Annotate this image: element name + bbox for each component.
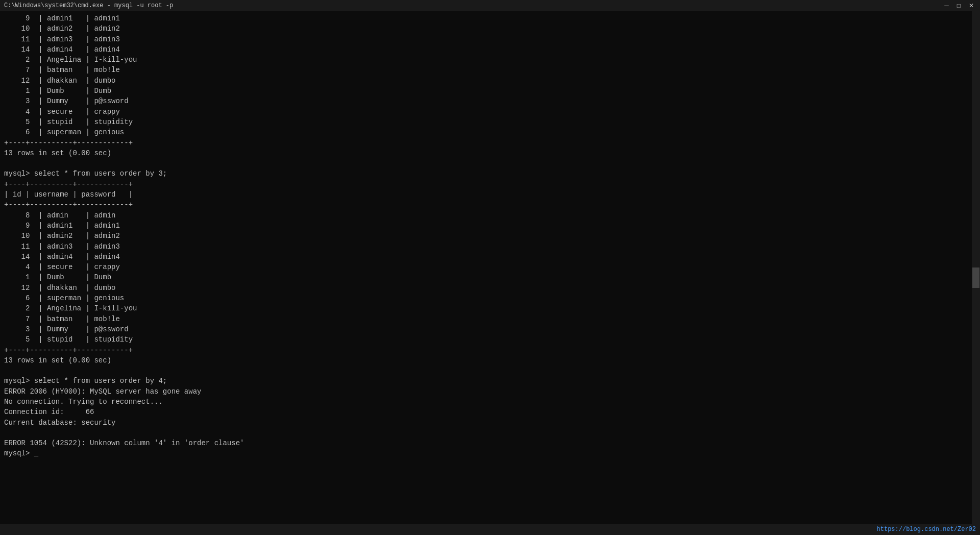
title-bar-text: C:\Windows\system32\cmd.exe - mysql -u r…: [4, 2, 173, 9]
status-bar-link: https://blog.csdn.net/Zer02: [877, 526, 976, 533]
minimize-button[interactable]: ─: [942, 2, 951, 9]
scrollbar-thumb[interactable]: [972, 268, 979, 288]
terminal-window: C:\Windows\system32\cmd.exe - mysql -u r…: [0, 0, 980, 535]
terminal-output: 9 | admin1 | admin1 10 | admin2 | admin2…: [4, 13, 976, 459]
maximize-button[interactable]: □: [955, 2, 963, 9]
status-bar: https://blog.csdn.net/Zer02: [0, 524, 980, 535]
title-bar-controls: ─ □ ✕: [942, 2, 976, 9]
terminal-content[interactable]: 9 | admin1 | admin1 10 | admin2 | admin2…: [0, 11, 980, 524]
close-button[interactable]: ✕: [967, 2, 976, 9]
title-bar: C:\Windows\system32\cmd.exe - mysql -u r…: [0, 0, 980, 11]
scrollbar[interactable]: [972, 11, 980, 524]
